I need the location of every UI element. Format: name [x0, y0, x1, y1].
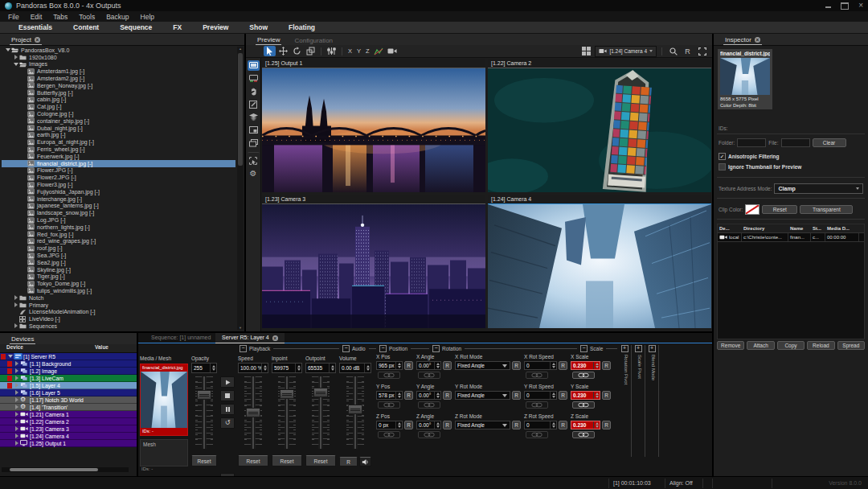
tree-item[interactable]: Flower2.JPG [-] [2, 174, 235, 181]
section-rotation[interactable]: −Rotation [432, 345, 577, 352]
reset-button[interactable]: R [512, 361, 521, 370]
chevron-right-icon[interactable] [14, 434, 20, 438]
reset-button[interactable]: R [559, 421, 567, 429]
tree-item[interactable]: Bergen_Norway.jpg [-] [2, 82, 235, 89]
reset-button[interactable]: R [404, 361, 413, 370]
tree-item[interactable]: Ferris_wheel.jpg [-] [2, 146, 235, 153]
axis-y-button[interactable]: Y [355, 47, 362, 55]
outpoint-fader[interactable] [312, 376, 330, 449]
chevron-right-icon[interactable] [13, 295, 19, 300]
tree-item[interactable]: Sea.JPG [-] [2, 252, 235, 259]
remove-button[interactable]: Remove [717, 341, 744, 350]
pip-window-button[interactable] [248, 125, 260, 135]
copy-button[interactable]: Copy [777, 341, 805, 350]
play-button[interactable] [220, 376, 235, 388]
edit-button[interactable] [248, 99, 260, 109]
tree-item[interactable]: Sea2.jpg [-] [2, 259, 235, 266]
device-row[interactable]: [1.21] Camera 1 [0, 411, 137, 418]
maximize-icon[interactable] [841, 2, 849, 10]
collapse-icon[interactable]: − [580, 345, 588, 352]
reload-button[interactable]: Reload [807, 341, 834, 350]
inpoint-reset-button[interactable]: Reset [272, 455, 302, 466]
reset-button[interactable]: R [404, 421, 413, 429]
workspace-tab-fx[interactable]: FX [162, 23, 192, 31]
tree-item[interactable]: LicenseModelAnimation [-] [2, 308, 235, 315]
inpoint-fader[interactable] [278, 376, 296, 449]
device-row[interactable]: [1.3] LiveCam [0, 375, 137, 382]
device-row[interactable]: [1.25] Output 1 [0, 440, 137, 447]
collapse-icon[interactable]: − [342, 345, 350, 352]
outpoint-value[interactable]: 65535 [305, 363, 336, 373]
table-header[interactable]: Media D... [825, 225, 859, 232]
tree-item[interactable]: Cologne.jpg [-] [2, 110, 235, 117]
section-audio[interactable]: −Audio [342, 345, 376, 352]
tree-item[interactable]: Europa_at_night.jpg [-] [2, 138, 235, 146]
z-rot-speed-input[interactable]: 0 [524, 421, 557, 429]
menu-tools[interactable]: Tools [73, 13, 100, 21]
z-pos-input[interactable]: 0 px [376, 421, 403, 429]
tree-item[interactable]: interchange.jpg [-] [2, 195, 235, 203]
speed-reset-button[interactable]: Reset [238, 455, 268, 466]
clip-color-swatch[interactable] [745, 204, 760, 215]
tree-item[interactable]: Red_fox.jpg [-] [2, 231, 235, 238]
tree-item[interactable]: container_ship.jpg [-] [2, 117, 235, 125]
camera-select-dropdown[interactable]: [1.24] Camera 4 [595, 46, 657, 57]
pan-hand-button[interactable] [248, 86, 260, 97]
scale-tool-button[interactable] [305, 46, 317, 56]
scrollbar-thumb[interactable] [10, 468, 98, 471]
x-rot-speed-input[interactable]: 0 [524, 361, 557, 370]
tree-item[interactable]: Butterfly.jpg [-] [2, 89, 235, 97]
z-rot-mode-dropdown[interactable]: Fixed Angle [455, 421, 510, 429]
chevron-right-icon[interactable] [14, 390, 20, 395]
workspace-tab-floating[interactable]: Floating [278, 23, 326, 31]
close-icon[interactable]: × [755, 37, 760, 43]
chevron-down-icon[interactable] [13, 63, 19, 66]
axis-constraint-button[interactable] [326, 46, 338, 56]
axis-x-button[interactable]: X [346, 47, 354, 55]
axis-z-button[interactable]: Z [364, 47, 371, 55]
tree-item[interactable]: Dubai_night.jpg [-] [2, 125, 235, 132]
layers-button[interactable] [248, 112, 260, 122]
link-icon[interactable] [572, 372, 595, 379]
project-scrollbar[interactable]: ▲ ▼ [237, 47, 244, 330]
workspace-tab-content[interactable]: Content [63, 23, 109, 31]
checkbox[interactable]: ✓ [719, 153, 726, 160]
move-tool-button[interactable] [277, 46, 289, 56]
chevron-down-icon[interactable] [7, 355, 14, 358]
minimize-icon[interactable] [825, 6, 831, 8]
clip-color-transparent-button[interactable]: Transparent [800, 205, 853, 214]
tab-layer-4[interactable]: Server R5: Layer 4× [215, 333, 285, 343]
reset-button[interactable]: R [404, 391, 413, 400]
speed-value[interactable]: 100.00 % [238, 363, 268, 373]
y-rot-speed-input[interactable]: 0 [524, 391, 557, 400]
link-icon[interactable] [378, 431, 400, 438]
tree-item[interactable]: financial_district.jpg [-] [2, 160, 235, 167]
output-mode-button[interactable] [248, 73, 260, 84]
chevron-right-icon[interactable] [13, 323, 19, 328]
chevron-right-icon[interactable] [13, 55, 19, 60]
viewport-camera-3[interactable]: [1.23] Camera 3 [262, 195, 485, 328]
table-header[interactable]: De... [718, 225, 742, 232]
y-pos-input[interactable]: 578 px [376, 391, 403, 400]
tab-devices[interactable]: Devices [10, 335, 35, 344]
preview-mode-button[interactable] [248, 60, 260, 71]
reset-button[interactable]: R [443, 421, 452, 429]
tree-item[interactable]: landscape_snow.jpg [-] [2, 209, 235, 216]
tab-configuration[interactable]: Configuration [293, 37, 334, 45]
reset-button[interactable]: R [559, 391, 567, 400]
opacity-value[interactable]: 255 [191, 363, 217, 373]
menu-help[interactable]: Help [135, 13, 160, 21]
fader-handle[interactable] [348, 405, 362, 414]
tree-item[interactable]: Flower3.jpg [-] [2, 181, 235, 188]
reset-button[interactable]: R [443, 391, 452, 400]
link-icon[interactable] [418, 401, 440, 409]
tree-item[interactable]: 1920x1080 [2, 54, 235, 61]
fullscreen-icon[interactable] [696, 46, 708, 56]
speed-fader[interactable] [244, 376, 262, 449]
fader-handle[interactable] [197, 390, 211, 400]
device-row[interactable]: [1.24] Camera 4 [0, 433, 137, 440]
device-row[interactable]: ⚙ [1.4] 'Transition' [0, 404, 137, 411]
reset-button[interactable]: R [602, 361, 611, 370]
tree-item[interactable]: Skyline.jpg [-] [2, 266, 235, 273]
collapse-icon[interactable]: − [240, 345, 247, 352]
